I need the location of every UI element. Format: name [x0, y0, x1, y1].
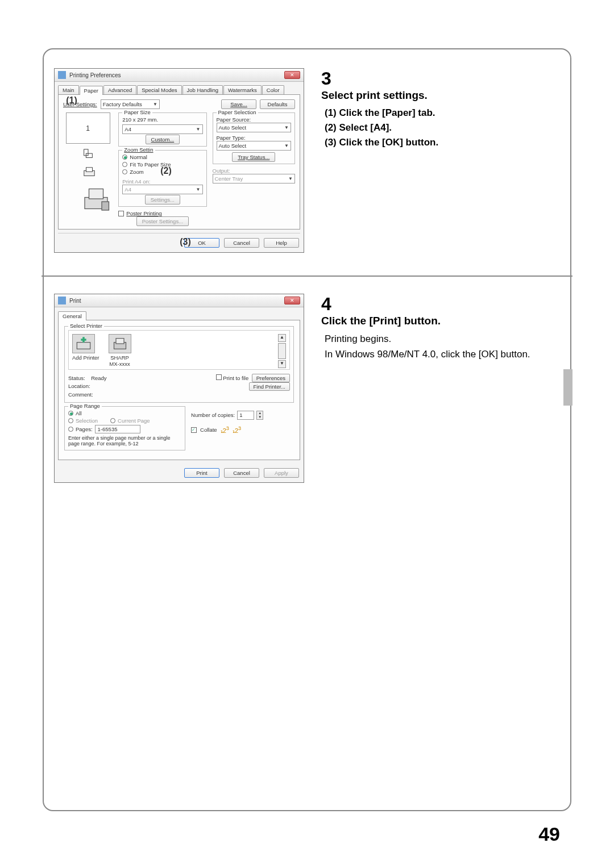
svg-rect-3: [86, 168, 92, 172]
scroll-up-icon[interactable]: ▲: [278, 334, 286, 342]
paper-source-dropdown[interactable]: Auto Select▼: [217, 123, 292, 132]
chevron-down-icon: ▼: [284, 125, 289, 130]
tab-paper[interactable]: Paper: [80, 86, 103, 95]
printer-icon: [109, 334, 131, 353]
location-label: Location:: [68, 382, 210, 390]
tab-watermarks[interactable]: Watermarks: [223, 85, 262, 94]
cancel-button[interactable]: Cancel: [224, 238, 259, 248]
printer-name-2: MX-xxxx: [109, 361, 131, 367]
add-printer-icon: [72, 334, 95, 353]
printer-item-sharp[interactable]: SHARP MX-xxxx: [109, 334, 131, 367]
paper-selection-fieldset: Paper Selection Paper Source: Auto Selec…: [213, 112, 296, 164]
poster-checkbox[interactable]: Poster Printing: [118, 210, 206, 216]
collate-label: Collate: [200, 427, 217, 433]
app-icon: [58, 297, 66, 304]
printer-name-1: SHARP: [109, 354, 131, 361]
zoom-fieldset: Zoom Settin Normal Fit To Paper Size Zoo…: [118, 150, 206, 207]
app-icon: [58, 71, 66, 79]
preferences-button[interactable]: Preferences: [252, 374, 290, 382]
page-number: 49: [538, 823, 560, 845]
cancel-button[interactable]: Cancel: [224, 468, 259, 478]
poster-settings-button: Poster Settings...: [136, 216, 189, 226]
step3-sub1: (1) Click the [Paper] tab.: [321, 107, 537, 119]
svg-rect-6: [102, 202, 109, 210]
chevron-down-icon: ▼: [288, 176, 293, 181]
tab-advanced[interactable]: Advanced: [103, 85, 136, 94]
pages-input[interactable]: 1-65535: [95, 425, 140, 433]
copies-label: Number of copies:: [191, 412, 235, 418]
annotation-2: (2): [159, 164, 173, 178]
paper-type-dropdown[interactable]: Auto Select▼: [217, 141, 292, 151]
paper-source-label: Paper Source:: [217, 116, 292, 123]
tab-general[interactable]: General: [58, 311, 86, 320]
zoom-settings-button: Settings...: [145, 195, 180, 205]
radio-selection-label: Selection: [76, 418, 98, 424]
add-printer-item[interactable]: Add Printer: [72, 334, 99, 361]
close-icon[interactable]: ✕: [284, 297, 300, 304]
copies-spinner[interactable]: ▲▼: [256, 411, 263, 420]
copies-input[interactable]: 1: [237, 411, 254, 420]
radio-current-icon: [110, 418, 115, 423]
page-range-fieldset: Page Range All Selection Current Page Pa…: [64, 406, 185, 450]
step3-sub2: (2) Select [A4].: [321, 122, 537, 133]
radio-selection-icon: [68, 418, 73, 423]
step3-sub3: (3) Click the [OK] button.: [321, 137, 537, 148]
print-dialog: Print ✕ General Select Printer: [54, 294, 304, 483]
scrollbar-track[interactable]: [278, 343, 286, 359]
tab-special-modes[interactable]: Special Modes: [137, 85, 181, 94]
svg-rect-7: [77, 343, 90, 349]
user-settings-dropdown[interactable]: Factory Defaults▼: [101, 99, 160, 109]
collate-icon: ₁23 ₁23: [221, 425, 242, 435]
chevron-down-icon: ▼: [196, 187, 201, 192]
tab-color[interactable]: Color: [262, 85, 284, 94]
step4-title: Click the [Print] button.: [321, 315, 537, 327]
spin-up-icon[interactable]: ▲: [257, 411, 263, 415]
annotation-1: (1): [65, 94, 78, 107]
paper-type-label: Paper Type:: [217, 135, 292, 141]
save-button[interactable]: Save...: [221, 99, 256, 109]
chevron-down-icon: ▼: [284, 143, 289, 148]
find-printer-button[interactable]: Find Printer...: [249, 382, 291, 391]
paper-size-dropdown[interactable]: A4▼: [122, 124, 202, 134]
side-tab: [563, 369, 572, 406]
page-range-legend: Page Range: [68, 403, 102, 409]
radio-icon: [68, 411, 73, 416]
pages-hint: Enter either a single page number or a s…: [68, 435, 181, 446]
radio-normal[interactable]: Normal: [122, 154, 202, 160]
svg-rect-9: [116, 339, 124, 344]
collate-checkbox[interactable]: [191, 427, 197, 433]
help-button[interactable]: Help: [264, 238, 299, 248]
radio-all[interactable]: All: [68, 410, 181, 416]
window-title: Print: [69, 298, 81, 304]
radio-pages[interactable]: Pages: 1-65535: [68, 425, 181, 433]
close-icon[interactable]: ✕: [284, 71, 300, 79]
paper-size-fieldset: Paper Size 210 x 297 mm. A4▼ Custom...: [118, 112, 206, 147]
step4-desc1: Printing begins.: [321, 333, 537, 346]
step-number-4: 4: [321, 294, 342, 315]
print-to-file-checkbox[interactable]: [216, 374, 222, 380]
radio-icon: [122, 169, 127, 174]
zoom-legend: Zoom Settin: [122, 147, 155, 153]
tray-status-button[interactable]: Tray Status...: [232, 152, 275, 162]
defaults-button[interactable]: Defaults: [260, 99, 295, 109]
print-on-label: Print A4 on:: [122, 178, 202, 185]
step4-desc2: In Windows 98/Me/NT 4.0, click the [OK] …: [321, 348, 537, 361]
tab-main[interactable]: Main: [58, 85, 79, 94]
section-divider: [42, 276, 572, 277]
radio-current-label: Current Page: [118, 418, 150, 424]
orientation-icon: [82, 148, 94, 161]
tab-job-handling[interactable]: Job Handling: [182, 85, 223, 94]
output-dropdown: Center Tray▼: [213, 174, 296, 183]
scroll-down-icon[interactable]: ▼: [278, 360, 286, 368]
paper-size-legend: Paper Size: [122, 109, 152, 115]
spin-down-icon[interactable]: ▼: [257, 415, 263, 419]
custom-size-button[interactable]: Custom...: [146, 135, 180, 144]
svg-rect-5: [89, 189, 103, 199]
select-printer-fieldset: Select Printer Add Printer: [64, 326, 294, 403]
radio-icon: [122, 155, 127, 160]
add-printer-label: Add Printer: [72, 354, 99, 361]
print-button[interactable]: Print: [184, 468, 219, 478]
chevron-down-icon: ▼: [153, 102, 157, 107]
step3-title: Select print settings.: [321, 89, 537, 102]
tabs-panel: User Settings: Factory Defaults▼ Save...…: [58, 94, 300, 229]
